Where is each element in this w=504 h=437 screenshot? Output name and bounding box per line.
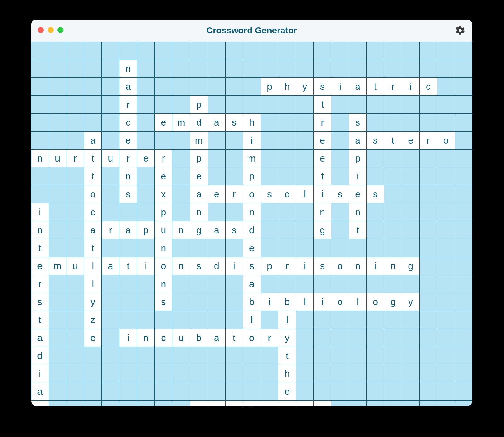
crossword-cell[interactable]: e <box>314 132 331 150</box>
crossword-cell[interactable]: s <box>119 185 137 203</box>
crossword-cell[interactable]: t <box>314 96 331 114</box>
crossword-cell[interactable]: m <box>49 257 66 275</box>
crossword-cell[interactable]: u <box>49 150 66 167</box>
crossword-cell[interactable]: l <box>84 275 102 293</box>
crossword-cell[interactable]: n <box>384 257 402 275</box>
crossword-cell[interactable]: i <box>31 365 49 383</box>
crossword-cell[interactable]: a <box>84 132 102 150</box>
crossword-cell[interactable]: e <box>278 383 296 401</box>
crossword-cell[interactable]: i <box>314 293 331 311</box>
crossword-cell[interactable]: r <box>278 257 296 275</box>
crossword-cell[interactable]: n <box>349 257 367 275</box>
crossword-cell[interactable]: c <box>420 78 437 96</box>
crossword-cell[interactable]: n <box>172 221 190 239</box>
crossword-cell[interactable]: p <box>243 167 261 185</box>
crossword-cell[interactable]: s <box>225 114 243 132</box>
crossword-cell[interactable]: n <box>155 239 172 257</box>
crossword-cell[interactable]: s <box>314 78 331 96</box>
crossword-cell[interactable]: a <box>349 132 367 150</box>
crossword-cell[interactable]: e <box>402 132 420 150</box>
crossword-cell[interactable]: s <box>190 257 208 275</box>
crossword-cell[interactable]: r <box>314 114 331 132</box>
crossword-cell[interactable]: r <box>119 150 137 167</box>
crossword-cell[interactable]: a <box>208 221 225 239</box>
crossword-cell[interactable]: n <box>349 203 367 221</box>
crossword-cell[interactable]: a <box>349 78 367 96</box>
crossword-cell[interactable]: e <box>155 114 172 132</box>
crossword-cell[interactable]: g <box>402 257 420 275</box>
crossword-cell[interactable]: s <box>261 185 278 203</box>
crossword-cell[interactable]: t <box>84 150 102 167</box>
crossword-cell[interactable]: d <box>243 221 261 239</box>
crossword-cell[interactable]: p <box>261 257 278 275</box>
crossword-cell[interactable]: b <box>243 293 261 311</box>
crossword-cell[interactable]: s <box>243 257 261 275</box>
crossword-cell[interactable]: p <box>190 150 208 167</box>
crossword-cell[interactable]: t <box>84 239 102 257</box>
crossword-cell[interactable]: a <box>84 221 102 239</box>
crossword-cell[interactable]: r <box>31 275 49 293</box>
crossword-cell[interactable]: i <box>331 78 349 96</box>
crossword-cell[interactable]: h <box>243 114 261 132</box>
crossword-cell[interactable]: a <box>190 185 208 203</box>
crossword-cell[interactable]: t <box>208 401 225 406</box>
crossword-cell[interactable]: i <box>243 132 261 150</box>
crossword-cell[interactable]: a <box>31 329 49 347</box>
crossword-cell[interactable]: i <box>261 293 278 311</box>
crossword-cell[interactable]: l <box>31 401 49 406</box>
crossword-cell[interactable]: l <box>84 257 102 275</box>
crossword-cell[interactable]: a <box>119 78 137 96</box>
crossword-cell[interactable]: p <box>137 221 155 239</box>
crossword-cell[interactable]: n <box>119 60 137 78</box>
crossword-cell[interactable]: i <box>225 257 243 275</box>
crossword-cell[interactable]: n <box>261 401 278 406</box>
crossword-cell[interactable]: z <box>84 311 102 329</box>
crossword-cell[interactable]: p <box>349 150 367 167</box>
crossword-cell[interactable]: s <box>155 293 172 311</box>
crossword-cell[interactable]: i <box>119 329 137 347</box>
crossword-cell[interactable]: s <box>225 221 243 239</box>
crossword-cell[interactable]: s <box>314 401 331 406</box>
crossword-cell[interactable]: i <box>31 203 49 221</box>
crossword-cell[interactable]: r <box>119 96 137 114</box>
crossword-cell[interactable]: l <box>296 293 314 311</box>
crossword-cell[interactable]: d <box>190 114 208 132</box>
crossword-cell[interactable]: i <box>243 401 261 406</box>
crossword-cell[interactable]: o <box>437 132 455 150</box>
crossword-cell[interactable]: d <box>31 347 49 365</box>
crossword-cell[interactable]: c <box>119 114 137 132</box>
crossword-cell[interactable]: e <box>31 257 49 275</box>
crossword-cell[interactable]: o <box>243 185 261 203</box>
crossword-cell[interactable]: e <box>208 185 225 203</box>
crossword-cell[interactable]: y <box>84 293 102 311</box>
crossword-cell[interactable]: s <box>331 185 349 203</box>
crossword-cell[interactable]: t <box>31 239 49 257</box>
crossword-cell[interactable]: r <box>384 78 402 96</box>
crossword-cell[interactable]: s <box>367 132 384 150</box>
crossword-cell[interactable]: o <box>278 185 296 203</box>
crossword-cell[interactable]: y <box>278 329 296 347</box>
crossword-cell[interactable]: b <box>278 293 296 311</box>
crossword-cell[interactable]: u <box>102 150 119 167</box>
crossword-cell[interactable]: u <box>66 257 84 275</box>
crossword-cell[interactable]: r <box>296 401 314 406</box>
crossword-cell[interactable]: n <box>31 221 49 239</box>
crossword-cell[interactable]: m <box>190 132 208 150</box>
crossword-cell[interactable]: s <box>314 257 331 275</box>
crossword-cell[interactable]: a <box>119 221 137 239</box>
crossword-cell[interactable]: b <box>190 329 208 347</box>
crossword-cell[interactable]: l <box>296 185 314 203</box>
crossword-cell[interactable]: i <box>137 257 155 275</box>
crossword-cell[interactable]: s <box>349 114 367 132</box>
crossword-cell[interactable]: a <box>208 329 225 347</box>
crossword-cell[interactable]: r <box>420 132 437 150</box>
crossword-cell[interactable]: l <box>243 311 261 329</box>
crossword-cell[interactable]: o <box>243 329 261 347</box>
crossword-cell[interactable]: h <box>278 78 296 96</box>
crossword-cell[interactable]: r <box>225 185 243 203</box>
crossword-cell[interactable]: o <box>331 257 349 275</box>
crossword-cell[interactable]: n <box>172 257 190 275</box>
crossword-cell[interactable]: e <box>119 132 137 150</box>
crossword-cell[interactable]: m <box>172 114 190 132</box>
crossword-cell[interactable]: c <box>155 329 172 347</box>
